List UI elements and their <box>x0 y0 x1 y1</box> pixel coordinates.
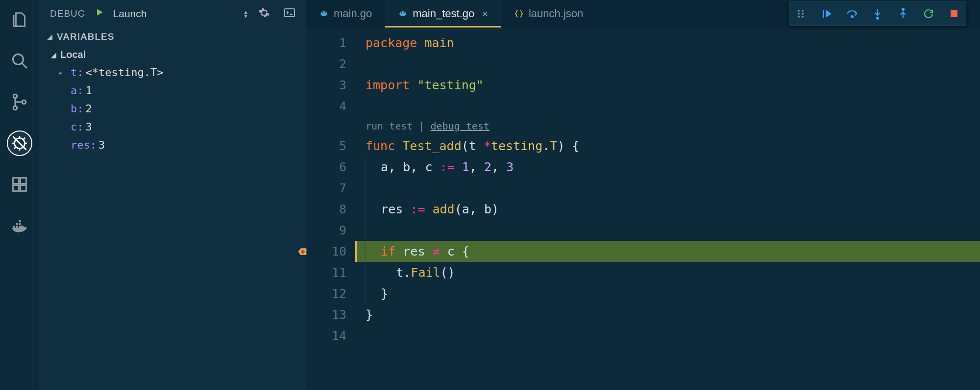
svg-rect-10 <box>21 178 26 184</box>
line-number: 8 <box>306 199 355 220</box>
line-number: 9 <box>306 220 355 241</box>
debug-controls-grip-icon[interactable] <box>795 8 807 20</box>
tab-label: main_test.go <box>413 7 474 20</box>
line-number: 6 <box>306 156 355 178</box>
collapse-icon: ◢ <box>47 33 53 41</box>
breakpoint-icon[interactable] <box>297 247 307 257</box>
variable-value: 2 <box>86 103 92 115</box>
line-number: 4 <box>306 96 355 117</box>
code-line-4[interactable] <box>355 96 980 117</box>
debug-sidebar: DEBUG Launch ▴▾ ◢ VARIABLES ◢ Local ▸t: … <box>39 0 306 390</box>
tab-launch-json[interactable]: launch.json <box>501 0 596 27</box>
tab-close-icon[interactable]: × <box>482 8 488 20</box>
json-file-icon <box>514 9 524 19</box>
code-line-9[interactable] <box>355 220 980 241</box>
svg-point-20 <box>798 16 800 18</box>
svg-point-3 <box>13 106 17 110</box>
svg-rect-28 <box>951 10 957 17</box>
code-line-10[interactable]: if res ≠ c { <box>355 241 980 262</box>
debug-step-over-icon[interactable] <box>846 8 858 20</box>
debug-toolbar: DEBUG Launch ▴▾ <box>39 0 306 27</box>
code-line-13[interactable]: } <box>355 304 980 325</box>
line-number: 12 <box>306 283 355 304</box>
debug-config-select[interactable]: Launch <box>113 8 237 20</box>
svg-point-21 <box>802 10 804 12</box>
collapse-icon: ◢ <box>51 51 56 59</box>
editor[interactable]: 1234567891011121314 package mainimport "… <box>306 27 980 390</box>
variable-name: t: <box>71 66 84 78</box>
debug-start-icon[interactable] <box>95 7 104 20</box>
debug-controls-toolbar <box>789 1 966 26</box>
variables-scope-label: Local <box>60 49 86 60</box>
variable-row[interactable]: res: 3 <box>59 136 306 154</box>
line-number <box>306 117 355 135</box>
svg-point-15 <box>400 11 406 16</box>
code-line-11[interactable]: t.Fail() <box>355 262 980 283</box>
svg-point-4 <box>22 100 26 104</box>
debug-step-into-icon[interactable] <box>872 8 883 20</box>
svg-point-22 <box>802 13 804 15</box>
line-number: 11 <box>306 262 355 283</box>
svg-rect-9 <box>21 185 26 191</box>
editor-code-area[interactable]: package mainimport "testing"run test | d… <box>355 27 980 390</box>
tab-label: launch.json <box>529 7 583 20</box>
variables-list: ▸t: <*testing.T>a: 1b: 2c: 3res: 3 <box>39 63 306 154</box>
activity-scm-icon[interactable] <box>7 89 32 115</box>
line-number: 3 <box>306 75 355 96</box>
debug-console-icon[interactable] <box>284 7 295 21</box>
debug-config-arrows-icon[interactable]: ▴▾ <box>244 10 247 18</box>
expand-icon[interactable]: ▸ <box>59 69 69 77</box>
code-line-3[interactable]: import "testing" <box>355 75 980 96</box>
line-number: 2 <box>306 53 355 75</box>
svg-point-0 <box>13 54 24 65</box>
code-line-7[interactable] <box>355 178 980 199</box>
variable-value: <*testing.T> <box>86 66 164 78</box>
code-line-12[interactable]: } <box>355 283 980 304</box>
variable-row[interactable]: b: 2 <box>59 100 306 118</box>
codelens-separator: | <box>413 120 430 132</box>
activity-search-icon[interactable] <box>7 48 32 74</box>
svg-point-16 <box>401 12 403 13</box>
codelens-run-test[interactable]: run test <box>366 120 413 132</box>
variable-row[interactable]: ▸t: <*testing.T> <box>59 63 306 81</box>
codelens-debug-test[interactable]: debug test <box>430 120 489 132</box>
variable-value: 1 <box>86 84 92 97</box>
svg-point-29 <box>301 250 305 254</box>
debug-stop-icon[interactable] <box>948 8 960 20</box>
variables-section-header[interactable]: ◢ VARIABLES <box>39 27 306 47</box>
activity-bar <box>0 0 39 390</box>
line-number: 14 <box>306 325 355 346</box>
activity-explorer-icon[interactable] <box>7 7 32 32</box>
code-line-8[interactable]: res := add(a, b) <box>355 199 980 220</box>
tab-main-go[interactable]: main.go <box>306 0 385 27</box>
tab-main_test-go[interactable]: main_test.go× <box>385 0 501 27</box>
activity-docker-icon[interactable] <box>7 213 32 238</box>
svg-rect-7 <box>13 178 19 184</box>
variable-name: b: <box>71 103 84 115</box>
code-line-2[interactable] <box>355 53 980 75</box>
editor-gutter: 1234567891011121314 <box>306 27 355 390</box>
debug-step-out-icon[interactable] <box>897 8 909 20</box>
line-number: 1 <box>306 32 355 53</box>
svg-point-18 <box>798 10 800 12</box>
svg-line-1 <box>22 63 27 69</box>
code-line-5[interactable]: func Test_add(t *testing.T) { <box>355 135 980 156</box>
variables-scope-header[interactable]: ◢ Local <box>39 47 306 63</box>
activity-debug-icon[interactable] <box>7 130 32 156</box>
variable-name: c: <box>71 121 84 133</box>
svg-point-25 <box>851 16 853 18</box>
code-line-14[interactable] <box>355 325 980 346</box>
debug-continue-icon[interactable] <box>821 8 833 20</box>
debug-restart-icon[interactable] <box>923 8 934 20</box>
variable-row[interactable]: c: 3 <box>59 118 306 136</box>
variable-row[interactable]: a: 1 <box>59 81 306 100</box>
line-number: 10 <box>306 241 355 262</box>
go-file-icon <box>319 9 329 19</box>
code-line-1[interactable]: package main <box>355 32 980 53</box>
code-line-6[interactable]: a, b, c := 1, 2, 3 <box>355 156 980 178</box>
variables-title: VARIABLES <box>57 31 114 42</box>
activity-extensions-icon[interactable] <box>7 172 32 197</box>
svg-point-19 <box>798 13 800 15</box>
debug-settings-icon[interactable] <box>258 7 270 21</box>
svg-point-17 <box>404 12 405 13</box>
